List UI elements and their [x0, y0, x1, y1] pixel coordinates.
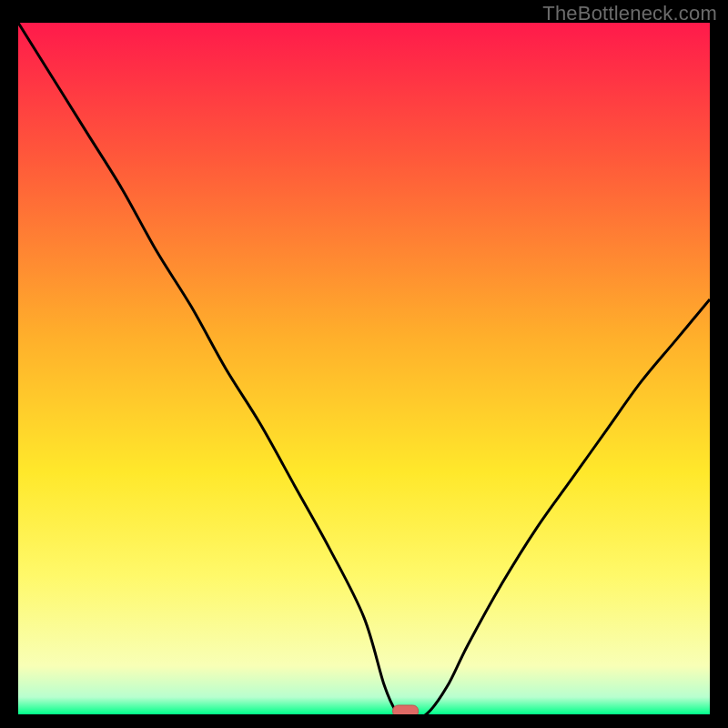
gradient-background	[18, 23, 710, 714]
chart-canvas	[18, 23, 710, 714]
optimum-marker	[393, 705, 419, 714]
chart-frame: { "watermark": "TheBottleneck.com", "col…	[0, 0, 728, 728]
bottleneck-chart	[18, 23, 710, 714]
